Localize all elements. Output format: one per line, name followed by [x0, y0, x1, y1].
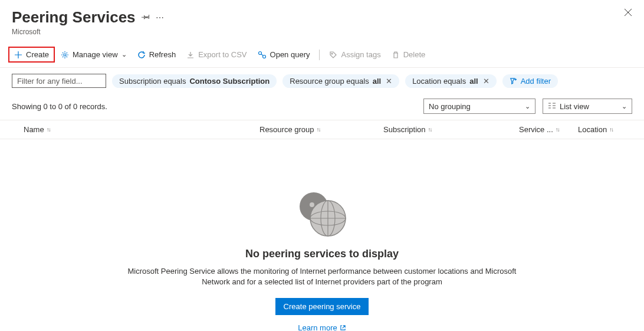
sort-icon: ↑↓	[428, 126, 432, 133]
manage-view-label: Manage view	[73, 50, 118, 59]
column-location[interactable]: Location↑↓	[578, 125, 632, 134]
filter-input[interactable]	[12, 74, 106, 88]
filter-location[interactable]: Location equals all ✕	[405, 74, 497, 88]
list-icon	[548, 102, 556, 111]
column-name[interactable]: Name↑↓	[12, 125, 259, 134]
refresh-label: Refresh	[149, 50, 176, 59]
column-subscription[interactable]: Subscription↑↓	[383, 125, 519, 134]
column-resource-group[interactable]: Resource group↑↓	[259, 125, 383, 134]
filter-rg-prefix: Resource group equals	[290, 77, 369, 86]
subtitle: Microsoft	[12, 28, 632, 36]
learn-more-link[interactable]: Learn more	[298, 323, 346, 331]
pin-icon[interactable]	[142, 12, 150, 22]
filter-loc-prefix: Location equals	[412, 77, 466, 86]
create-label: Create	[26, 50, 49, 59]
view-value: List view	[560, 102, 618, 111]
filter-sub-prefix: Subscription equals	[119, 77, 186, 86]
chevron-down-icon: ⌄	[525, 103, 530, 110]
chevron-down-icon: ⌄	[622, 103, 627, 110]
create-button[interactable]: Create	[8, 47, 55, 63]
add-filter-label: Add filter	[521, 77, 551, 86]
page-title: Peering Services	[12, 8, 136, 27]
filters-row: Subscription equals Contoso Subscription…	[0, 68, 644, 93]
table-header: Name↑↓ Resource group↑↓ Subscription↑↓ S…	[0, 120, 644, 139]
filter-sub-value: Contoso Subscription	[189, 77, 270, 86]
more-icon[interactable]: ⋯	[156, 13, 164, 22]
empty-state: No peering services to display Microsoft…	[0, 139, 644, 331]
empty-title: No peering services to display	[245, 248, 399, 260]
filter-rg-value: all	[373, 77, 381, 86]
toolbar-separator	[319, 50, 320, 60]
assign-tags-label: Assign tags	[341, 50, 380, 59]
remove-filter-icon[interactable]: ✕	[483, 77, 489, 86]
chevron-down-icon: ⌄	[121, 51, 127, 58]
delete-button: Delete	[387, 48, 431, 61]
svg-point-0	[64, 54, 66, 56]
remove-filter-icon[interactable]: ✕	[386, 77, 392, 86]
filter-loc-value: all	[469, 77, 478, 86]
svg-point-1	[258, 51, 261, 54]
open-query-label: Open query	[270, 50, 310, 59]
refresh-button[interactable]: Refresh	[133, 48, 181, 61]
export-csv-label: Export to CSV	[198, 50, 247, 59]
sort-icon: ↑↓	[47, 126, 50, 133]
export-csv-button: Export to CSV	[182, 48, 251, 61]
records-count: Showing 0 to 0 of 0 records.	[12, 102, 107, 111]
svg-point-3	[331, 53, 333, 54]
delete-label: Delete	[403, 50, 426, 59]
svg-point-2	[262, 55, 265, 58]
assign-tags-button: Assign tags	[324, 48, 385, 61]
empty-description: Microsoft Peering Service allows the mon…	[121, 266, 523, 287]
view-select[interactable]: List view ⌄	[543, 99, 632, 114]
create-peering-service-button[interactable]: Create peering service	[275, 298, 369, 315]
toolbar: Create Manage view ⌄ Refresh Export to C…	[0, 40, 644, 68]
open-query-button[interactable]: Open query	[253, 48, 315, 61]
status-row: Showing 0 to 0 of 0 records. No grouping…	[0, 93, 644, 120]
external-link-icon	[340, 325, 346, 331]
grouping-select[interactable]: No grouping ⌄	[423, 99, 535, 114]
sort-icon: ↑↓	[317, 126, 320, 133]
manage-view-button[interactable]: Manage view ⌄	[56, 48, 132, 61]
sort-icon: ↑↓	[609, 126, 613, 133]
close-icon[interactable]	[624, 8, 632, 18]
globe-icon	[293, 186, 351, 240]
filter-subscription[interactable]: Subscription equals Contoso Subscription	[112, 74, 277, 88]
add-filter-button[interactable]: Add filter	[502, 74, 558, 88]
sort-icon: ↑↓	[556, 126, 559, 133]
column-service[interactable]: Service ...↑↓	[519, 125, 578, 134]
svg-point-5	[310, 202, 314, 207]
page-header: Peering Services ⋯ Microsoft	[0, 0, 644, 40]
grouping-value: No grouping	[429, 102, 471, 111]
filter-resource-group[interactable]: Resource group equals all ✕	[282, 74, 399, 88]
